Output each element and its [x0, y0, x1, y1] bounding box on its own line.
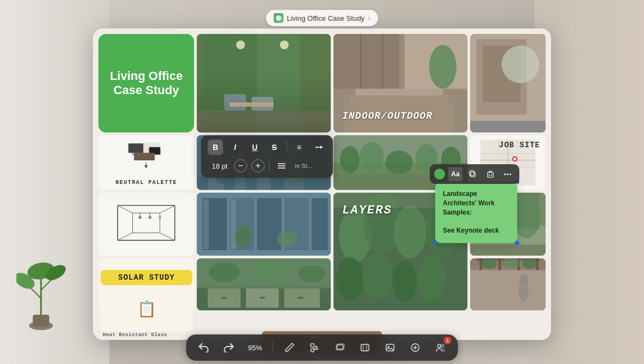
svg-point-8 — [276, 15, 282, 21]
corner-handle-bl[interactable] — [433, 241, 437, 245]
svg-marker-149 — [315, 346, 318, 349]
lobby-image — [197, 193, 331, 256]
toolbar-sep-1 — [273, 342, 273, 354]
svg-point-101 — [418, 256, 446, 300]
collaborators-btn[interactable]: 1 — [432, 339, 449, 356]
svg-point-133 — [519, 274, 528, 283]
delete-btn[interactable] — [483, 167, 497, 181]
svg-point-91 — [277, 231, 297, 247]
svg-point-157 — [388, 346, 390, 348]
svg-rect-126 — [499, 258, 501, 270]
svg-rect-1 — [33, 315, 49, 327]
svg-rect-89 — [231, 199, 236, 249]
svg-rect-122 — [470, 267, 546, 310]
layers-btn[interactable] — [331, 339, 349, 356]
svg-rect-34 — [128, 143, 144, 153]
redo-btn[interactable] — [220, 339, 238, 356]
svg-rect-9 — [197, 34, 331, 132]
list-btn[interactable] — [274, 158, 289, 174]
svg-rect-48 — [197, 176, 331, 190]
breadcrumb-bar[interactable]: Living Office Case Study › — [266, 10, 378, 26]
svg-point-51 — [340, 146, 360, 174]
svg-point-79 — [149, 216, 151, 219]
heat-resistant-label: Heat Resistant Glass — [101, 332, 192, 338]
frame-btn[interactable] — [356, 339, 374, 356]
svg-point-100 — [393, 261, 417, 303]
svg-rect-12 — [224, 94, 246, 111]
media-btn[interactable] — [382, 339, 399, 356]
size-decrease-btn[interactable]: − — [234, 159, 247, 172]
svg-rect-31 — [470, 121, 546, 132]
yellow-sticky-icon: 📋 — [101, 286, 192, 331]
svg-point-80 — [159, 216, 161, 219]
solar-study-overlay: SOLAR STUDY — [101, 270, 192, 285]
svg-rect-117 — [298, 297, 303, 299]
svg-point-65 — [513, 158, 516, 160]
svg-line-73 — [160, 233, 174, 240]
text-style-btn[interactable]: Aa — [448, 167, 462, 181]
solar-study-text: SOLAR STUDY — [118, 273, 174, 282]
sticky-note-icon: 📋 — [137, 300, 156, 318]
svg-point-17 — [280, 41, 289, 49]
circle-btn[interactable] — [407, 339, 424, 356]
title-card: Living Office Case Study — [98, 34, 194, 132]
strikethrough-btn[interactable]: S — [267, 140, 282, 155]
indoor-outdoor-label: INDOOR/OUTDOOR — [342, 111, 459, 122]
svg-rect-37 — [134, 153, 155, 160]
svg-point-160 — [441, 345, 444, 348]
annotation-card: Landscape Architects' Work Samples:See K… — [435, 182, 517, 243]
svg-point-98 — [336, 257, 364, 301]
collaborator-badge: 1 — [444, 337, 452, 344]
svg-point-119 — [251, 259, 284, 281]
svg-rect-148 — [311, 344, 314, 347]
annotation-toolbar[interactable]: Aa ••• — [430, 164, 519, 184]
indoor-outdoor-image: INDOOR/OUTDOOR — [333, 34, 467, 132]
preview-label: m St... — [294, 163, 313, 169]
svg-marker-136 — [320, 146, 323, 149]
svg-point-118 — [209, 262, 239, 282]
svg-point-131 — [522, 259, 537, 269]
pencil-btn[interactable] — [281, 339, 298, 356]
sketch-card — [98, 193, 194, 256]
svg-point-16 — [236, 41, 245, 49]
svg-rect-11 — [257, 34, 301, 132]
svg-rect-141 — [470, 171, 474, 176]
svg-rect-115 — [221, 297, 227, 299]
breadcrumb-title: Living Office Case Study — [287, 14, 365, 22]
underline-btn[interactable]: U — [247, 140, 262, 155]
title-card-text: Living Office Case Study — [110, 69, 183, 98]
svg-point-120 — [298, 265, 325, 282]
svg-rect-74 — [133, 213, 160, 233]
right-wall — [535, 0, 644, 364]
svg-rect-14 — [230, 102, 273, 107]
undo-btn[interactable] — [195, 339, 213, 356]
interior-image — [197, 34, 331, 132]
bold-btn[interactable]: B — [208, 140, 223, 155]
app-icon — [274, 13, 284, 23]
svg-rect-140 — [471, 172, 475, 177]
svg-rect-108 — [470, 245, 546, 256]
shapes-btn[interactable] — [306, 339, 324, 356]
size-increase-btn[interactable]: + — [251, 159, 265, 172]
svg-rect-153 — [361, 344, 369, 351]
neutral-palette-label: NEUTRAL PALETTE — [115, 180, 177, 186]
right-col-image — [470, 34, 546, 132]
more-options-btn[interactable]: ••• — [501, 167, 515, 181]
color-dot-green[interactable] — [434, 169, 445, 180]
italic-btn[interactable]: I — [227, 140, 243, 155]
more-btn[interactable] — [311, 140, 326, 155]
svg-line-71 — [160, 205, 174, 213]
toolbar-divider-1 — [286, 142, 287, 153]
svg-rect-85 — [257, 198, 282, 250]
svg-rect-87 — [312, 198, 328, 250]
svg-point-26 — [429, 45, 456, 89]
corner-handle-br[interactable] — [515, 241, 519, 245]
bottom-toolbar[interactable]: 95% — [186, 334, 458, 361]
text-format-toolbar[interactable]: B I U S ≡ 18 pt − + — [201, 135, 333, 178]
svg-point-150 — [311, 349, 314, 352]
align-btn[interactable]: ≡ — [291, 140, 307, 155]
svg-marker-39 — [144, 165, 148, 169]
green-arch-image — [197, 258, 331, 310]
svg-point-99 — [362, 253, 393, 299]
copy-btn[interactable] — [466, 167, 480, 181]
